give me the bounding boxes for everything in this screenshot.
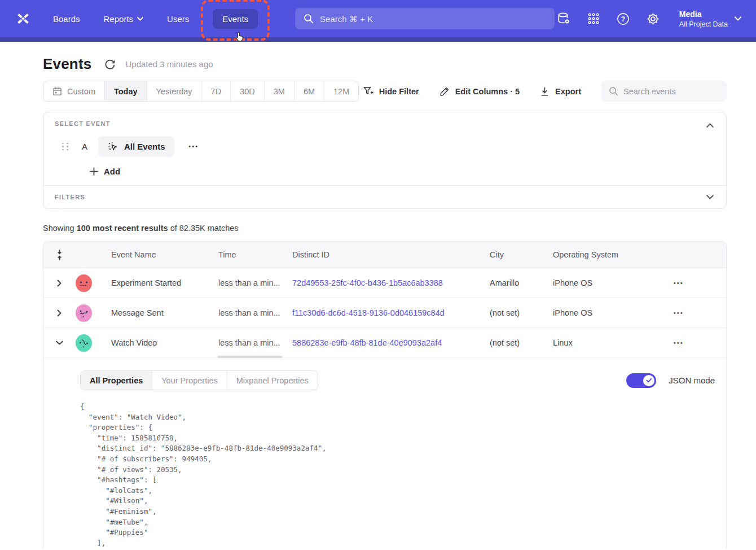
add-event-button[interactable]: Add xyxy=(90,167,130,176)
event-avatar xyxy=(75,304,93,322)
col-header-os: Operating System xyxy=(542,250,662,259)
toggle-knob xyxy=(643,375,654,386)
date-segment-12m[interactable]: 12M xyxy=(324,81,358,101)
global-search xyxy=(295,8,555,29)
date-segment-3m[interactable]: 3M xyxy=(265,81,295,101)
global-search-input[interactable] xyxy=(320,14,546,24)
search-events-input[interactable] xyxy=(623,87,719,96)
row-overflow-button[interactable]: ••• xyxy=(662,310,726,316)
last-updated-text: Updated 3 minutes ago xyxy=(125,59,213,69)
hide-filter-button[interactable]: Hide Filter xyxy=(363,86,419,97)
table-row-expanded[interactable]: Watch Video less than a min... 5886283e-… xyxy=(43,328,726,358)
all-events-chip[interactable]: All Events xyxy=(98,136,174,157)
table-row[interactable]: Message Sent less than a min... f11c30d6… xyxy=(43,298,726,328)
event-cursor-sparkle-icon xyxy=(107,141,118,152)
nav-item-events[interactable]: Events xyxy=(213,9,258,29)
expand-row-button[interactable] xyxy=(43,280,75,287)
calendar-icon xyxy=(52,86,62,96)
project-scope: All Project Data xyxy=(679,20,728,29)
edit-columns-button[interactable]: Edit Columns · 5 xyxy=(439,86,520,97)
nav-right-icons: ? Media All Project Data xyxy=(556,9,741,29)
project-name: Media xyxy=(679,9,728,20)
pencil-icon xyxy=(439,86,450,97)
project-switcher[interactable]: Media All Project Data xyxy=(679,9,741,29)
tab-your-properties[interactable]: Your Properties xyxy=(152,371,227,390)
table-header-row: Event Name Time Distinct ID City Operati… xyxy=(43,242,726,268)
event-json-view: { "event": "Watch Video", "properties": … xyxy=(80,401,715,548)
expand-filters-button[interactable] xyxy=(704,191,716,203)
nav-item-reports[interactable]: Reports xyxy=(104,14,144,24)
tab-mixpanel-properties[interactable]: Mixpanel Properties xyxy=(227,371,318,390)
check-icon xyxy=(646,378,652,383)
cell-os: iPhone OS xyxy=(542,278,662,287)
query-builder-card: SELECT EVENT A All Events ••• xyxy=(43,112,727,209)
expand-row-button[interactable] xyxy=(43,309,75,317)
search-events-box xyxy=(601,81,727,102)
cursor-pointer-icon xyxy=(233,30,245,43)
event-overflow-button[interactable]: ••• xyxy=(189,143,199,150)
col-header-city: City xyxy=(478,250,542,259)
help-icon[interactable]: ? xyxy=(616,11,631,26)
date-segment-yesterday[interactable]: Yesterday xyxy=(147,81,202,101)
events-table: Event Name Time Distinct ID City Operati… xyxy=(43,241,727,548)
search-icon xyxy=(609,86,618,96)
chevron-down-icon xyxy=(735,16,741,21)
cell-city: (not set) xyxy=(478,308,542,317)
drag-handle[interactable] xyxy=(62,143,69,151)
settings-gear-icon[interactable] xyxy=(646,11,661,26)
cell-event-name: Watch Video xyxy=(100,338,207,347)
apps-grid-icon[interactable] xyxy=(586,11,601,26)
cell-distinct-id[interactable]: 72d49553-25fc-4f0c-b436-1b5ac6ab3388 xyxy=(281,278,478,287)
cell-os: Linux xyxy=(542,338,662,347)
collapse-section-button[interactable] xyxy=(704,119,716,132)
cell-city: (not set) xyxy=(478,338,542,347)
select-event-label: SELECT EVENT xyxy=(55,120,715,127)
table-horizontal-scrollbar[interactable] xyxy=(217,356,282,358)
cell-city: Amarillo xyxy=(478,278,542,287)
cell-time: less than a min... xyxy=(207,278,281,287)
date-segment-6m[interactable]: 6M xyxy=(295,81,324,101)
export-button[interactable]: Export xyxy=(540,86,581,97)
navbar-bottom-strip xyxy=(0,37,756,42)
cell-os: iPhone OS xyxy=(542,308,662,317)
cell-distinct-id[interactable]: 5886283e-e9fb-48fb-81de-40e9093a2af4 xyxy=(281,338,478,347)
properties-tabs: All Properties Your Properties Mixpanel … xyxy=(80,370,318,390)
event-avatar xyxy=(75,334,93,352)
date-segment-30d[interactable]: 30D xyxy=(231,81,265,101)
filters-section[interactable]: FILTERS xyxy=(43,186,726,208)
sort-order-icon[interactable] xyxy=(43,249,75,261)
data-management-icon[interactable] xyxy=(556,11,571,26)
date-segment-custom[interactable]: Custom xyxy=(43,81,105,101)
json-mode-label: JSON mode xyxy=(669,376,715,385)
nav-item-boards[interactable]: Boards xyxy=(53,14,80,24)
cell-time: less than a min... xyxy=(207,308,281,317)
row-detail-panel: All Properties Your Properties Mixpanel … xyxy=(43,358,726,548)
filter-funnel-icon xyxy=(363,86,373,97)
cell-event-name: Message Sent xyxy=(100,308,207,317)
event-avatar xyxy=(75,274,93,293)
table-row[interactable]: Experiment Started less than a min... 72… xyxy=(43,268,726,298)
date-segment-today[interactable]: Today xyxy=(105,81,147,101)
col-header-distinct-id: Distinct ID xyxy=(281,250,478,259)
top-navbar: Boards Reports Users Events xyxy=(0,0,756,37)
cell-time: less than a min... xyxy=(207,338,281,347)
event-row-letter: A xyxy=(82,142,87,151)
collapse-row-button[interactable] xyxy=(43,341,75,345)
tab-all-properties[interactable]: All Properties xyxy=(81,371,152,390)
chevron-right-icon xyxy=(57,280,61,287)
nav-links: Boards Reports Users Events xyxy=(53,9,258,29)
chevron-down-icon xyxy=(137,17,143,21)
row-overflow-button[interactable]: ••• xyxy=(662,280,726,286)
date-segment-7d[interactable]: 7D xyxy=(202,81,231,101)
plus-icon xyxy=(90,167,98,176)
svg-text:?: ? xyxy=(621,15,625,23)
mixpanel-logo-icon[interactable] xyxy=(15,10,32,27)
json-mode-toggle[interactable] xyxy=(626,373,656,388)
refresh-icon[interactable] xyxy=(104,59,116,70)
cell-distinct-id[interactable]: f11c30d6-dc6d-4518-9136-0d046159c84d xyxy=(281,308,478,317)
row-overflow-button[interactable]: ••• xyxy=(662,340,726,346)
download-icon xyxy=(540,86,550,97)
chevron-right-icon xyxy=(57,309,61,317)
nav-item-users[interactable]: Users xyxy=(167,14,189,24)
chevron-down-icon xyxy=(56,341,63,345)
